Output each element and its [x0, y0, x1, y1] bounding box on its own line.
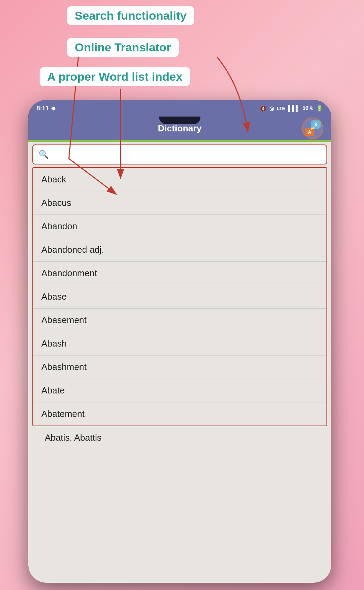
status-left: 8:11 ⊕: [37, 105, 55, 112]
status-right: 🔇 ◎ LTE ▌▌▌ 59% 🔋: [260, 105, 323, 112]
search-input[interactable]: [53, 150, 321, 159]
wifi-icon: ◎: [269, 105, 274, 112]
phone-notch: [159, 117, 200, 124]
list-item[interactable]: Abandon: [33, 215, 326, 238]
list-item-outside[interactable]: Abatis, Abattis: [32, 426, 327, 449]
list-item[interactable]: Abandonment: [33, 262, 326, 285]
list-item[interactable]: Aback: [33, 168, 326, 191]
app-title: Dictionary: [158, 123, 201, 134]
list-item[interactable]: Abase: [33, 285, 326, 309]
lte-icon: LTE: [277, 106, 285, 111]
annotation-online-translator: Online Translator: [67, 38, 179, 57]
search-bar-container[interactable]: 🔍: [32, 144, 327, 164]
translator-button[interactable]: 文 A: [301, 117, 324, 140]
list-item[interactable]: Abash: [33, 332, 326, 356]
phone-frame: 8:11 ⊕ 🔇 ◎ LTE ▌▌▌ 59% 🔋 Dictionary 文 A: [28, 100, 331, 583]
list-item[interactable]: Abacus: [33, 191, 326, 215]
annotation-word-list: A proper Word list index: [40, 67, 190, 86]
list-item[interactable]: Abatement: [33, 402, 326, 426]
signal-icon: ▌▌▌: [288, 105, 300, 111]
annotation-search-functionality: Search functionality: [67, 6, 194, 25]
screen-content: 🔍 Aback Abacus Abandon Abandoned adj. Ab…: [28, 142, 331, 583]
list-item[interactable]: Abashment: [33, 356, 326, 379]
mute-icon: 🔇: [260, 105, 267, 112]
battery-percent: 59%: [302, 105, 313, 111]
list-item[interactable]: Abandoned adj.: [33, 238, 326, 262]
translator-icon: 文 A: [302, 118, 323, 139]
list-item[interactable]: Abate: [33, 379, 326, 402]
list-item[interactable]: Abasement: [33, 309, 326, 332]
search-icon: 🔍: [39, 150, 49, 159]
status-time: 8:11: [37, 105, 49, 112]
battery-icon: 🔋: [316, 105, 323, 112]
word-list: Aback Abacus Abandon Abandoned adj. Aban…: [32, 167, 327, 426]
swap-arrows-icon: [310, 125, 316, 131]
status-bar: 8:11 ⊕ 🔇 ◎ LTE ▌▌▌ 59% 🔋: [28, 100, 331, 117]
whatsapp-icon: ⊕: [51, 105, 55, 112]
